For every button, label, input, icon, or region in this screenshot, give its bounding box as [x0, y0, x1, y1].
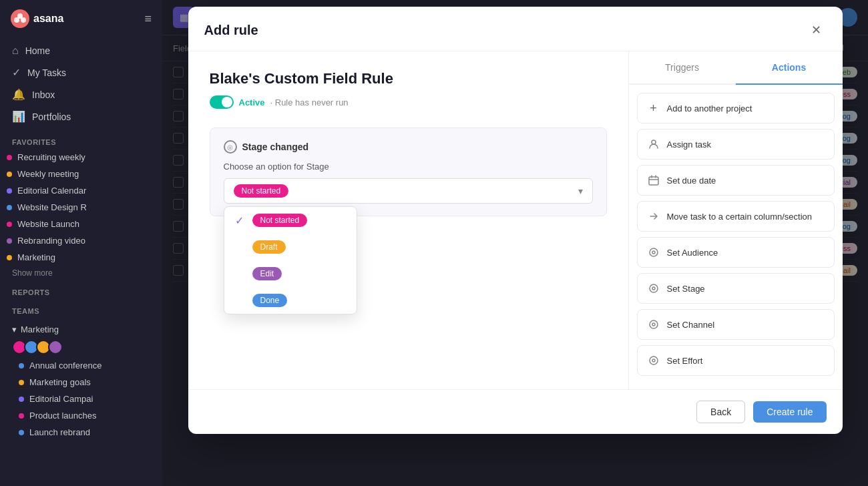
rule-title: Blake's Custom Field Rule — [210, 70, 607, 87]
svg-rect-5 — [649, 177, 658, 185]
dropdown-item-edit[interactable]: ✓ Edit — [224, 260, 357, 287]
sidebar-item-inbox-label: Inbox — [32, 89, 55, 100]
action-assign-task-label: Assign task — [667, 140, 711, 150]
sidebar-item-rebranding-label: Rebranding video — [17, 236, 85, 246]
trigger-subtext: Choose an option for Stage — [224, 162, 593, 172]
selected-badge: Not started — [234, 184, 289, 198]
svg-point-3 — [17, 13, 23, 19]
sidebar-item-website-launch-label: Website Launch — [17, 219, 79, 229]
modal-left-panel: Blake's Custom Field Rule Active · Rule … — [188, 51, 629, 389]
modal-body: Blake's Custom Field Rule Active · Rule … — [188, 51, 843, 389]
modal-overlay: Add rule ✕ Blake's Custom Field Rule Act… — [162, 0, 868, 486]
action-item-set-audience[interactable]: Set Audience — [637, 237, 835, 268]
stage-icon — [647, 282, 660, 295]
home-icon: ⌂ — [12, 45, 19, 57]
sidebar-item-product-launches[interactable]: Product launches — [5, 407, 157, 424]
actions-list: + Add to another project Assign task — [629, 85, 843, 389]
team-name-label: Marketing — [21, 324, 59, 334]
trigger-label: Stage changed — [242, 142, 309, 152]
sidebar-item-recruiting-label: Recruiting weekly — [17, 152, 85, 162]
create-rule-button[interactable]: Create rule — [753, 401, 826, 423]
logo-text: asana — [33, 13, 63, 25]
stage-dropdown[interactable]: Not started ▾ — [224, 178, 593, 204]
sidebar-item-editorial-camp[interactable]: Editorial Campai — [5, 391, 157, 407]
back-button[interactable]: Back — [696, 401, 745, 423]
sidebar-item-marketing-goals[interactable]: Marketing goals — [5, 374, 157, 391]
sidebar-item-editorial[interactable]: Editorial Calendar — [0, 182, 162, 199]
sidebar-nav: ⌂ Home ✓ My Tasks 🔔 Inbox 📊 Portfolios — [0, 37, 162, 130]
sidebar-item-portfolios[interactable]: 📊 Portfolios — [5, 105, 157, 128]
sidebar-item-editorial-label: Editorial Calendar — [17, 186, 86, 196]
sidebar-item-launch-rebrand[interactable]: Launch rebrand — [5, 424, 157, 441]
tabs-row: Triggers Actions — [629, 51, 843, 85]
tasks-icon: ✓ — [12, 66, 21, 79]
portfolios-icon: 📊 — [12, 110, 25, 123]
tab-actions[interactable]: Actions — [736, 51, 843, 83]
teams-section-label: Teams — [0, 299, 162, 318]
toggle-knob — [222, 97, 232, 107]
avatar — [48, 340, 63, 354]
action-item-move-task[interactable]: Move task to a certain column/section — [637, 201, 835, 232]
arrow-right-icon — [647, 210, 660, 223]
trigger-card: ◎ Stage changed Choose an option for Sta… — [210, 128, 607, 216]
action-item-add-project[interactable]: + Add to another project — [637, 93, 835, 124]
calendar-icon — [647, 174, 660, 187]
action-item-set-effort[interactable]: Set Effort — [637, 345, 835, 376]
launch-rebrand-label: Launch rebrand — [29, 427, 90, 437]
show-more-button[interactable]: Show more — [0, 266, 162, 280]
asana-logo[interactable]: asana — [11, 9, 63, 28]
sidebar-item-my-tasks[interactable]: ✓ My Tasks — [5, 61, 157, 83]
trigger-header: ◎ Stage changed — [224, 140, 593, 154]
action-item-set-due-date[interactable]: Set due date — [637, 165, 835, 196]
draft-badge: Draft — [252, 240, 286, 254]
reports-section-label: Reports — [0, 280, 162, 299]
dropdown-item-not-started[interactable]: ✓ Not started — [224, 207, 357, 234]
modal-footer: Back Create rule — [188, 389, 843, 434]
sidebar-toggle-icon[interactable]: ≡ — [144, 12, 152, 26]
channel-icon — [647, 318, 660, 331]
sidebar-item-weekly-meeting[interactable]: Weekly meeting — [0, 166, 162, 182]
marketing-goals-label: Marketing goals — [29, 377, 91, 387]
inbox-icon: 🔔 — [12, 88, 25, 101]
modal-close-button[interactable]: ✕ — [807, 20, 827, 40]
team-marketing-header[interactable]: ▾ Marketing — [5, 320, 157, 338]
modal-header: Add rule ✕ — [188, 7, 843, 51]
action-add-project-label: Add to another project — [667, 103, 752, 113]
svg-point-12 — [650, 356, 658, 364]
action-item-set-channel[interactable]: Set Channel — [637, 309, 835, 340]
sidebar-item-marketing[interactable]: Marketing — [0, 249, 162, 266]
audience-icon — [647, 246, 660, 259]
action-set-due-date-label: Set due date — [667, 176, 716, 186]
action-item-set-stage[interactable]: Set Stage — [637, 273, 835, 304]
sidebar-item-website-launch[interactable]: Website Launch — [0, 216, 162, 232]
add-rule-modal: Add rule ✕ Blake's Custom Field Rule Act… — [188, 7, 843, 434]
status-subtext: · Rule has never run — [270, 97, 349, 107]
effort-icon — [647, 354, 660, 367]
svg-point-4 — [652, 140, 656, 144]
sidebar-item-annual-conf[interactable]: Annual conference — [5, 357, 157, 374]
sidebar-item-inbox[interactable]: 🔔 Inbox — [5, 83, 157, 105]
sidebar: asana ≡ ⌂ Home ✓ My Tasks 🔔 Inbox 📊 Port… — [0, 0, 162, 486]
dropdown-item-done[interactable]: ✓ Done — [224, 287, 357, 314]
svg-point-13 — [652, 359, 655, 362]
sidebar-item-rebranding[interactable]: Rebranding video — [0, 232, 162, 249]
svg-point-6 — [650, 248, 658, 256]
sidebar-top: asana ≡ — [0, 0, 162, 37]
sidebar-item-home[interactable]: ⌂ Home — [5, 40, 157, 61]
status-active-text: Active — [239, 97, 265, 107]
editorial-camp-label: Editorial Campai — [29, 394, 93, 404]
rule-status: Active · Rule has never run — [210, 95, 607, 109]
action-move-task-label: Move task to a certain column/section — [667, 212, 813, 222]
svg-point-9 — [652, 287, 655, 290]
dropdown-chevron-icon: ▾ — [578, 186, 583, 196]
stage-dropdown-wrapper: Not started ▾ ✓ Not started ✓ — [224, 178, 593, 204]
dropdown-item-draft[interactable]: ✓ Draft — [224, 234, 357, 260]
action-item-assign-task[interactable]: Assign task — [637, 129, 835, 160]
sidebar-item-website-design[interactable]: Website Design R — [0, 199, 162, 216]
active-toggle[interactable] — [210, 95, 234, 109]
action-set-stage-label: Set Stage — [667, 284, 705, 294]
tab-triggers[interactable]: Triggers — [629, 51, 736, 83]
sidebar-item-recruiting[interactable]: Recruiting weekly — [0, 149, 162, 166]
done-badge: Done — [252, 294, 288, 307]
sidebar-item-my-tasks-label: My Tasks — [27, 67, 66, 78]
